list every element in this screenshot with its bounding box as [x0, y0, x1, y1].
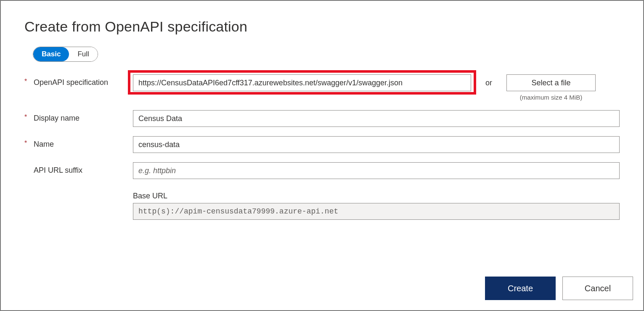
name-input[interactable] [133, 136, 620, 153]
label-api-url-suffix: API URL suffix [34, 162, 133, 176]
base-url-readonly: http(s)://apim-censusdata79999.azure-api… [133, 203, 620, 220]
toggle-full[interactable]: Full [69, 47, 97, 61]
label-base-url: Base URL [133, 192, 620, 200]
api-url-suffix-input[interactable] [133, 162, 620, 179]
required-marker: * [24, 74, 34, 89]
label-openapi-spec: OpenAPI specification [34, 74, 133, 88]
openapi-spec-url-input[interactable] [133, 74, 471, 91]
dialog-create-openapi: Create from OpenAPI specification Basic … [0, 0, 644, 311]
max-size-hint: (maximum size 4 MiB) [520, 94, 582, 101]
label-display-name: Display name [34, 110, 133, 124]
or-separator: or [471, 74, 506, 91]
toggle-basic[interactable]: Basic [33, 47, 69, 61]
label-name: Name [34, 136, 133, 150]
create-button[interactable]: Create [485, 277, 556, 300]
dialog-title: Create from OpenAPI specification [24, 18, 620, 35]
mode-toggle: Basic Full [33, 47, 98, 62]
display-name-input[interactable] [133, 110, 620, 127]
cancel-button[interactable]: Cancel [562, 277, 633, 300]
required-marker: * [24, 136, 34, 150]
select-file-button[interactable]: Select a file [506, 74, 596, 91]
required-marker: * [24, 110, 34, 124]
